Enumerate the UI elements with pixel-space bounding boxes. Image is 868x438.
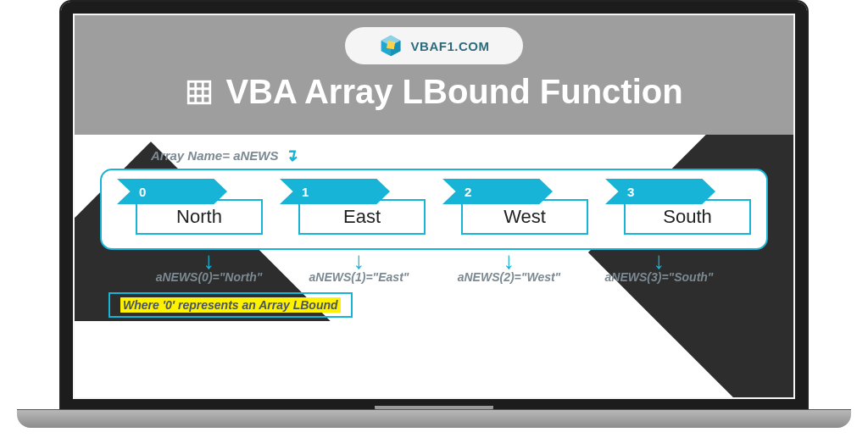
array-name-row: Array Name= aNEWS ↴ [151,145,768,165]
expression-row: ↓ aNEWS(0)="North" ↓ aNEWS(1)="East" ↓ a… [100,250,768,284]
array-value: North [136,199,263,235]
index-chevron: 0 [117,179,227,204]
index-chevron: 1 [280,179,390,204]
curved-arrow-icon: ↴ [283,145,298,165]
index-chevron: 2 [442,179,553,204]
array-expression: aNEWS(0)="North" [156,270,263,284]
down-arrow-icon: ↓ [203,253,215,269]
page-header: VBAF1.COM VBA Array LBound Function [75,15,793,135]
expression-col: ↓ aNEWS(0)="North" [134,250,284,284]
site-logo-pill: VBAF1.COM [345,27,523,64]
array-expression: aNEWS(3)="South" [604,270,713,284]
lbound-note: Where '0' represents an Array LBound [120,297,341,313]
laptop-frame: VBAF1.COM VBA Array LBound Function Arr [59,0,809,413]
lbound-note-box: Where '0' represents an Array LBound [108,292,353,318]
array-expression: aNEWS(1)="East" [309,270,409,284]
down-arrow-icon: ↓ [654,253,665,269]
down-arrow-icon: ↓ [504,253,515,269]
grid-icon [185,78,214,107]
array-value: East [298,199,426,235]
screen-content: VBAF1.COM VBA Array LBound Function Arr [75,15,793,397]
expression-col: ↓ aNEWS(3)="South" [584,250,734,284]
expression-col: ↓ aNEWS(1)="East" [284,250,434,284]
down-arrow-icon: ↓ [353,253,365,269]
svg-rect-3 [387,41,395,49]
array-cell: 0 North [117,179,263,235]
svg-rect-4 [189,81,211,103]
diagram-area: Array Name= aNEWS ↴ 0 North 1 East 2 Wes… [75,135,793,318]
array-cell: 1 East [280,179,426,235]
page-title: VBA Array LBound Function [225,73,682,111]
index-chevron: 3 [605,179,715,204]
array-value: West [461,199,588,235]
array-box: 0 North 1 East 2 West 3 South [100,169,768,250]
laptop-base [17,409,851,428]
array-value: South [624,199,751,235]
array-name-label: Array Name= aNEWS [151,148,278,163]
array-expression: aNEWS(2)="West" [458,270,561,284]
expression-col: ↓ aNEWS(2)="West" [434,250,584,284]
array-cell: 2 West [442,179,588,235]
array-cell: 3 South [605,179,751,235]
site-name: VBAF1.COM [411,39,490,53]
cube-icon [379,34,403,58]
page-title-row: VBA Array LBound Function [100,73,768,111]
